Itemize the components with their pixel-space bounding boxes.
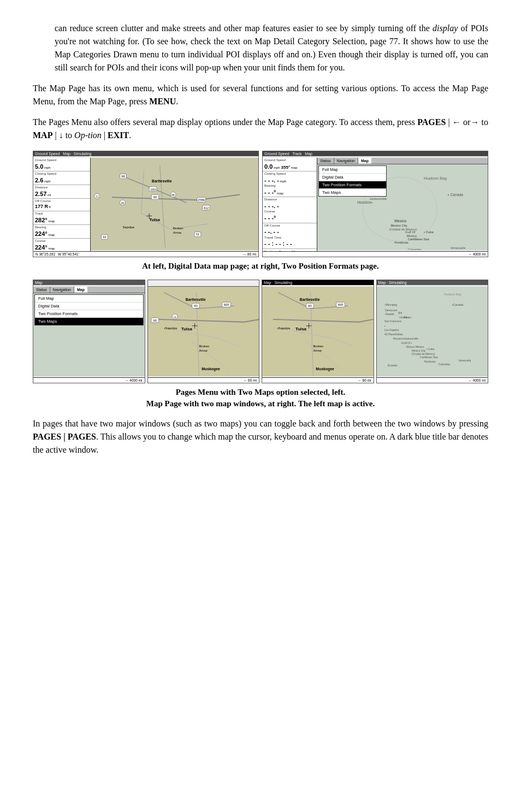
map-area-left: 98 163 60 11 20 66 256b 412 33 51 (91, 158, 258, 250)
svg-text:Muskogee: Muskogee (316, 367, 334, 371)
bold-menu: MENU (149, 97, 176, 106)
svg-line-100 (359, 319, 374, 322)
svg-text:Los Angeles: Los Angeles (384, 329, 399, 331)
map-pages-menu: Map Status Navigation Map Full Map Digit… (33, 280, 145, 383)
tab-status-b1[interactable]: Status (33, 287, 50, 293)
map-title-b3: Map · Simulating (262, 280, 374, 285)
map-title-b4: Map · Simulating (377, 280, 488, 285)
svg-text:60: 60 (194, 304, 198, 307)
svg-line-74 (158, 319, 244, 322)
svg-text:60: 60 (153, 195, 157, 199)
paragraph-4: In pages that have two major windows (su… (33, 417, 488, 457)
svg-text:Vancouver: Vancouver (384, 309, 397, 312)
svg-text:Muskogee: Muskogee (202, 367, 220, 371)
menu-full-map[interactable]: Full Map (319, 166, 386, 174)
svg-text:11: 11 (96, 195, 99, 198)
menu-two-maps[interactable]: Two Maps (319, 189, 386, 196)
track-row: Track 282° map (33, 211, 90, 225)
svg-text:Ecuador: Ecuador (387, 364, 398, 367)
svg-line-2 (141, 171, 144, 214)
map-active-b3: Map · Simulating 60 605 Bartlesville Tul… (262, 280, 374, 383)
menu-digital-data[interactable]: Digital Data (319, 174, 386, 181)
svg-text:•El Paso•Dallas: •El Paso•Dallas (384, 333, 403, 336)
svg-text:Los Angeles: Los Angeles (42, 335, 56, 337)
map-bottom-bar-left: N 36°25.281' W 95°40.541' ↔ 80 mi (33, 251, 258, 257)
svg-text:Mexico City: Mexico City (391, 224, 407, 227)
closing-row-r: Closing Speed - - -. - mph Bearing - - -… (263, 171, 317, 197)
menu-digital-b1[interactable]: Digital Data (35, 303, 143, 310)
map-area-b4: Hudson Bay •Canada Vancouver •Seattle •W… (377, 287, 488, 376)
svg-text:(Ciudad de México): (Ciudad de México) (411, 353, 435, 355)
svg-text:412: 412 (204, 206, 209, 210)
paragraph-1: can reduce screen clutter and make stree… (33, 22, 488, 74)
menu-two-maps-b1[interactable]: Two Maps (35, 318, 143, 325)
closing-speed-row: Closing Speed 2.6 mph (33, 171, 90, 185)
map-title-bar: Ground Speed Map · Simulating (33, 151, 258, 156)
italic-display: display (433, 23, 458, 33)
svg-text:11: 11 (173, 316, 176, 319)
distance-row: Distance 2.57 mi (33, 185, 90, 199)
svg-text:66: 66 (171, 194, 175, 197)
caption-2-line1: Pages Menu with Two Maps option selected… (33, 387, 488, 398)
svg-text:Tulsa: Tulsa (181, 327, 192, 331)
svg-text:Arrow: Arrow (173, 231, 182, 234)
svg-text:Broken: Broken (313, 345, 323, 348)
tab-status[interactable]: Status (317, 158, 334, 164)
svg-text:Colombia: Colombia (408, 248, 422, 250)
svg-text:Venezuela: Venezuela (116, 364, 129, 367)
off-course-row: Off Course 177 R ft (33, 199, 90, 211)
tab-navigation[interactable]: Navigation (334, 158, 358, 164)
speed-row: Ground Speed 5.0 mph (33, 158, 90, 171)
svg-text:Mexico Mexico: Mexico Mexico (406, 346, 424, 348)
caption-1: At left, Digital Data map page; at right… (33, 260, 488, 272)
svg-text:(Ciudad de México): (Ciudad de México) (70, 359, 93, 361)
menu-b1: Full Map Digital Data Two Position Forma… (34, 294, 144, 325)
map-bottom-bar-b3: ↔ 80 mi (262, 377, 374, 383)
svg-line-99 (273, 319, 359, 322)
svg-text:• Cuba: • Cuba (424, 230, 434, 234)
svg-text:•Houston•Jacksonville: •Houston•Jacksonville (49, 344, 75, 347)
svg-text:• Cuba: • Cuba (426, 348, 434, 351)
paragraph-3: The Pages Menu also offers several map d… (33, 116, 488, 142)
menu-two-position[interactable]: Two Position Formats (319, 181, 386, 189)
svg-text:51: 51 (196, 233, 199, 236)
svg-text:605: 605 (338, 303, 344, 306)
svg-text:•Gulf Of •: •Gulf Of • (57, 348, 69, 351)
svg-text:Bill: Bill (398, 312, 402, 315)
svg-text:Tulsa: Tulsa (149, 217, 160, 222)
tab-map-b1[interactable]: Map (74, 287, 87, 293)
svg-text:Houston•Jacksonville: Houston•Jacksonville (393, 337, 418, 340)
map-area-b2: 60 605 11 60 Bartlesville Tulsa •Sapulpa… (148, 287, 259, 376)
map-title-bar-right: Ground Speed Track Map (263, 151, 488, 156)
tab-nav-b1[interactable]: Navigation (50, 287, 74, 293)
svg-text:• Canada: • Canada (448, 193, 463, 197)
map-menu-dropdown: Full Map Digital Data Two Position Forma… (318, 165, 387, 197)
svg-text:San Francisco: San Francisco (42, 327, 59, 329)
scale-display-r: ↔ 4000 mi (469, 252, 486, 256)
bottom-maps-row: Map Status Navigation Map Full Map Digit… (33, 280, 488, 383)
svg-text:Arrow: Arrow (199, 349, 208, 352)
svg-line-77 (175, 330, 218, 339)
svg-line-78 (217, 338, 239, 346)
svg-text:Caribbean Sea: Caribbean Sea (76, 362, 94, 365)
menu-full-map-b1[interactable]: Full Map (35, 295, 143, 303)
bold-map: MAP (33, 131, 52, 140)
svg-text:Broken: Broken (173, 227, 183, 230)
svg-text:20: 20 (121, 202, 125, 205)
map-title-right: Ground Speed Track Map (264, 152, 312, 156)
svg-text:60: 60 (308, 304, 312, 307)
tab-map-active[interactable]: Map (358, 158, 371, 164)
svg-text:Ecuador: Ecuador (44, 364, 55, 367)
svg-text:Colombia: Colombia (95, 369, 106, 371)
svg-text:Bartlesville: Bartlesville (185, 298, 205, 301)
bold-pages: PAGES (417, 117, 446, 127)
svg-text:605: 605 (223, 303, 229, 306)
svg-text:Hudson Bay: Hudson Bay (424, 176, 447, 181)
menu-two-pos-b1[interactable]: Two Position Formats (35, 310, 143, 318)
word-to: to (482, 117, 488, 127)
svg-text:Tulsa: Tulsa (295, 327, 307, 331)
svg-text:Gulf Of: Gulf Of (405, 230, 416, 234)
data-panel-left: Ground Speed 5.0 mph Closing Speed 2.6 m… (33, 158, 91, 251)
course-row: Course 224° map (33, 239, 90, 252)
svg-text:•El Paso Dallas: •El Paso Dallas (41, 340, 60, 343)
